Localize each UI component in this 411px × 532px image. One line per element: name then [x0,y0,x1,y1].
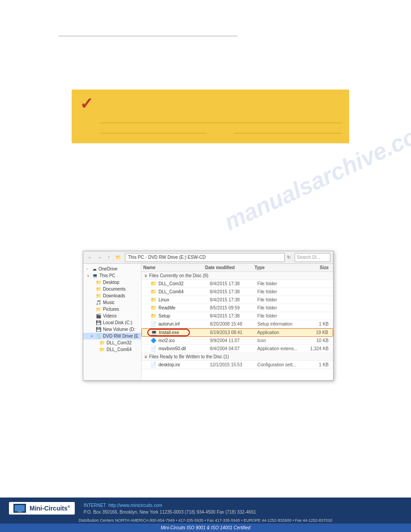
file-row-linux[interactable]: 📁Linux 8/4/2015 17:38 File folder [141,296,333,304]
filename: msvbvm50.dll [158,346,186,351]
pending-files-section-header: ∨ Files Ready to Be Written to the Disc … [141,353,333,361]
file-date: 12/1/2015 15:53 [210,362,257,367]
file-date: 8/4/2015 17:38 [210,289,257,294]
section2-arrow: ∨ [144,354,147,359]
folder-icon: 📁 [96,280,101,285]
website-url: http://www.minicircuits.com [108,503,162,508]
file-row-readme[interactable]: 📁ReadMe 8/5/2015 09:59 File folder [141,304,333,312]
note-bottom-lines [99,133,341,133]
tree-item-pictures[interactable]: 📁 Pictures [83,306,141,313]
filename: ReadMe [158,305,176,310]
setup-icon: 📄 [150,321,157,327]
folder-icon: 📁 [96,307,101,312]
file-size: 1,324 KB [305,346,331,351]
address-line: P.O. Box 350166, Brooklyn, New York 1123… [84,509,402,515]
file-row-autorun[interactable]: 📄autorun.inf 8/20/2008 15:48 Setup infor… [141,320,333,328]
tree-item-documents[interactable]: 📁 Documents [83,286,141,292]
file-row-install-exe[interactable]: 💻Install.exe 6/19/2013 08:41 Application… [141,328,333,337]
tree-item-newvolume[interactable]: 💾 New Volume (D: [83,326,141,333]
up-button[interactable]: ↑ [105,253,113,262]
address-part-1: This PC [128,255,144,260]
cloud-icon: ☁ [92,266,97,271]
tree-label: DVD RW Drive (E [103,334,138,339]
tree-item-thispc[interactable]: ∨ 💻 This PC [83,272,141,279]
tree-item-desktop[interactable]: 📁 Desktop [83,279,141,286]
refresh-button[interactable]: ↻ [285,253,293,262]
drive-icon: 💾 [96,320,101,325]
icon-file-icon: 🔷 [150,338,157,343]
address-sep-1: › [146,255,147,260]
back-button[interactable]: ← [86,253,94,262]
tree-label: Documents [103,287,126,292]
tree-label: Local Disk (C:) [103,320,133,325]
file-date: 6/19/2013 08:41 [210,330,257,335]
section1-label: Files Currently on the Disc (9) [149,273,208,278]
section2-label: Files Ready to Be Written to the Disc (1… [149,354,229,359]
tree-item-localdisk[interactable]: 💾 Local Disk (C:) [83,319,141,326]
file-date: 9/9/2004 11:07 [210,338,257,343]
tree-item-dllcom32[interactable]: 📁 DLL_Com32 [83,339,141,346]
file-size: 19 KB [304,330,331,335]
search-box[interactable]: Search Di... [295,253,330,262]
tree-item-dllcom64[interactable]: 📁 DLL_Com64 [83,346,141,353]
file-row-desktop-ini[interactable]: 📄desktop.ini 12/1/2015 15:53 Configurati… [141,361,333,369]
file-size: 10 KB [305,338,331,343]
filename: Install.exe [159,330,179,335]
explorer-body: › ☁ OneDrive ∨ 💻 This PC 📁 Desktop 📁 Doc… [83,264,333,380]
tree-label: Downloads [103,293,125,298]
forward-button[interactable]: → [95,253,103,262]
top-divider-line [58,36,237,36]
application-icon: 💻 [151,330,157,335]
internet-label: INTERNET [84,503,106,508]
tree-item-videos[interactable]: 🎬 Videos [83,313,141,319]
note-line-2 [99,133,207,133]
folder-icon: 📁 [150,281,157,287]
col-header-size: Size [304,265,331,270]
address-bar[interactable]: This PC › DVD RW Drive (E:) ESW-CD [125,253,285,262]
file-row-mcl2ico[interactable]: 🔷mcl2.ico 9/9/2004 11:07 Icon 10 KB [141,337,333,345]
disc-files-section-header: ∨ Files Currently on the Disc (9) [141,272,333,280]
file-type: Application extens... [257,346,305,351]
filename: mcl2.ico [158,338,175,343]
folder-icon: 📁 [114,253,122,262]
file-row-dllcom64[interactable]: 📁DLL_Com64 8/4/2015 17:38 File folder [141,288,333,296]
file-date: 8/4/2015 17:38 [210,281,257,286]
tree-label: Pictures [103,307,119,312]
footer-top: Mini-Circuits® INTERNET http://www.minic… [9,502,402,515]
file-date: 8/4/2015 17:38 [210,313,257,318]
folder-icon: 📁 [150,297,157,303]
file-row-dllcom32[interactable]: 📁DLL_Com32 8/4/2015 17:38 File folder [141,280,333,288]
file-type: File folder [257,281,305,286]
nav-buttons: ← → ↑ 📁 [86,253,122,262]
folder-tree: › ☁ OneDrive ∨ 💻 This PC 📁 Desktop 📁 Doc… [83,264,141,380]
distribution-line: Distribution Centers NORTH AMERICA 800-6… [9,518,402,523]
folder-icon: 📁 [150,289,157,295]
file-type: File folder [257,297,305,302]
section1-arrow: ∨ [144,273,147,278]
logo-brand-name: Mini-Circuits [30,505,68,512]
tree-label: DLL_Com32 [107,340,132,345]
file-row-setup[interactable]: 📁Setup 8/4/2015 17:38 File folder [141,312,333,320]
tree-item-music[interactable]: 🎵 Music [83,299,141,306]
folder-icon: 📁 [150,313,157,319]
internet-line: INTERNET http://www.minicircuits.com [84,502,402,509]
note-line-1 [99,123,341,123]
file-row-msvbvm[interactable]: 📄msvbvm50.dll 8/4/2004 04:07 Application… [141,345,333,353]
file-explorer-window: ← → ↑ 📁 This PC › DVD RW Drive (E:) ESW-… [83,251,334,381]
col-header-type: Type [254,265,304,270]
arrow-icon: ∨ [87,274,90,278]
arrow-icon: › [87,267,90,271]
tree-label: OneDrive [98,266,117,271]
logo-text: Mini-Circuits® [30,505,70,512]
tree-item-downloads[interactable]: 📁 Downloads [83,292,141,299]
note-box: ✓ [72,90,349,143]
file-date: 8/5/2015 09:59 [210,305,257,310]
tree-item-dvdrive[interactable]: ∨ 💿 DVD RW Drive (E [83,333,141,339]
tree-item-onedrive[interactable]: › ☁ OneDrive [83,266,141,272]
file-type: Setup information [257,322,305,326]
tree-label: DLL_Com64 [107,347,132,352]
col-header-name: Name [143,265,205,270]
file-type: File folder [257,305,305,310]
file-list-panel: Name Date modified Type Size ∨ Files Cur… [141,264,333,380]
note-content [99,96,341,137]
